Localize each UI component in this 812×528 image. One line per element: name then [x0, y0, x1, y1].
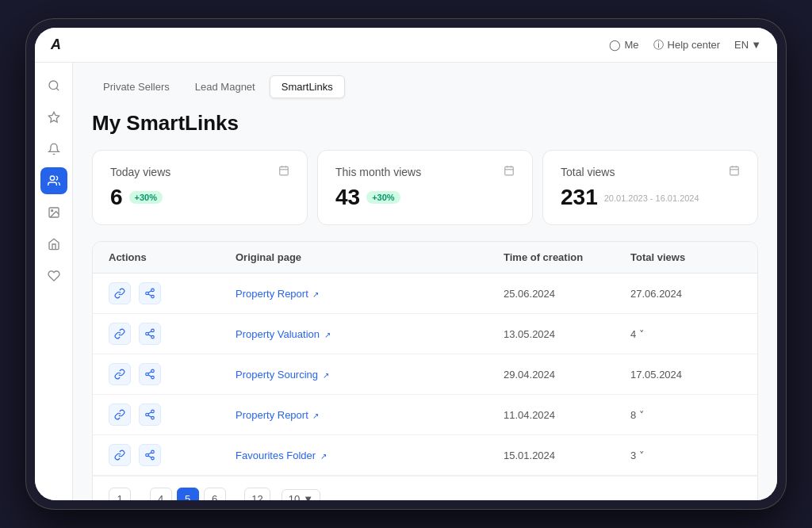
- svg-line-41: [148, 453, 151, 454]
- page-btn-1[interactable]: 1: [109, 488, 131, 500]
- page-link[interactable]: Property Valuation ↗: [236, 328, 331, 340]
- copy-link-button[interactable]: [109, 282, 131, 304]
- sidebar-item-heart[interactable]: [40, 262, 67, 289]
- user-menu[interactable]: ◯ Me: [609, 39, 639, 51]
- sidebar-item-notifications[interactable]: [40, 136, 67, 163]
- svg-line-31: [148, 372, 151, 373]
- top-bar: A ◯ Me ⓘ Help center EN ▼: [35, 28, 777, 63]
- page-link[interactable]: Favourites Folder ↗: [236, 450, 327, 461]
- original-page-cell: Property Valuation ↗: [236, 327, 504, 341]
- user-icon: ◯: [609, 39, 621, 51]
- pagination-dots-2: ...: [231, 492, 240, 500]
- external-link-icon: ↗: [312, 411, 319, 420]
- tab-lead-magnet[interactable]: Lead Magnet: [184, 75, 266, 98]
- share-button[interactable]: [139, 444, 161, 466]
- stat-card-month: This month views 43 +30%: [317, 150, 533, 225]
- col-header-original-page: Original page: [236, 251, 504, 263]
- page-btn-4[interactable]: 4: [150, 488, 172, 500]
- svg-point-2: [50, 176, 54, 180]
- svg-rect-13: [730, 166, 739, 175]
- pagination: 1 ... 4 5 6 ... 12 10 ▼: [93, 476, 757, 500]
- sidebar: [35, 63, 73, 500]
- page-btn-5[interactable]: 5: [177, 488, 199, 500]
- chevron-down-icon: ▼: [751, 39, 761, 51]
- creation-date-cell: 29.04.2024: [504, 369, 630, 381]
- share-button[interactable]: [139, 282, 161, 304]
- stat-card-today: Today views 6 +30%: [92, 150, 308, 225]
- help-label: Help center: [668, 39, 720, 51]
- svg-point-19: [151, 295, 155, 298]
- creation-date-cell: 11.04.2024: [504, 409, 630, 421]
- today-views-badge: +30%: [129, 191, 163, 204]
- main-layout: Private Sellers Lead Magnet SmartLinks M…: [35, 63, 777, 500]
- calendar-icon-month[interactable]: [504, 165, 515, 178]
- sidebar-item-favorites[interactable]: [40, 104, 67, 131]
- tab-smartlinks[interactable]: SmartLinks: [270, 75, 345, 98]
- page-link[interactable]: Property Report ↗: [236, 288, 319, 300]
- page-btn-12[interactable]: 12: [244, 488, 270, 500]
- sidebar-item-home[interactable]: [40, 231, 67, 258]
- external-link-icon: ↗: [323, 371, 329, 380]
- external-link-icon: ↗: [320, 452, 327, 461]
- page-link[interactable]: Property Report ↗: [236, 409, 319, 421]
- creation-date-cell: 13.05.2024: [504, 328, 630, 340]
- month-views-label: This month views: [335, 166, 421, 178]
- svg-line-36: [148, 412, 151, 414]
- copy-link-button[interactable]: [109, 404, 131, 426]
- help-center[interactable]: ⓘ Help center: [653, 38, 720, 52]
- user-label: Me: [625, 39, 639, 51]
- page-size-selector[interactable]: 10 ▼: [282, 489, 320, 501]
- svg-point-28: [146, 373, 149, 376]
- svg-point-23: [146, 332, 149, 335]
- svg-line-25: [148, 335, 151, 336]
- col-header-total-views: Total views: [630, 251, 741, 263]
- sidebar-item-search[interactable]: [40, 72, 67, 99]
- copy-link-button[interactable]: [109, 323, 131, 345]
- copy-link-button[interactable]: [109, 444, 131, 466]
- creation-date-cell: 25.06.2024: [504, 288, 630, 300]
- svg-line-30: [148, 375, 151, 377]
- svg-point-24: [151, 335, 155, 339]
- table-row: Favourites Folder ↗ 15.01.2024 3 ˅: [93, 435, 757, 476]
- original-page-cell: Favourites Folder ↗: [236, 448, 504, 462]
- actions-cell: [109, 444, 236, 466]
- total-views-cell: 8 ˅: [630, 409, 741, 421]
- table-row: Property Report ↗ 25.06.2024 27.06.2024: [93, 274, 757, 314]
- share-button[interactable]: [139, 323, 161, 345]
- total-views-value: 231: [561, 185, 598, 210]
- share-button[interactable]: [139, 404, 161, 426]
- language-selector[interactable]: EN ▼: [734, 39, 761, 51]
- tab-bar: Private Sellers Lead Magnet SmartLinks: [92, 75, 758, 98]
- svg-line-40: [148, 456, 151, 457]
- svg-line-20: [148, 294, 151, 296]
- pagination-dots: ...: [136, 492, 145, 500]
- share-button[interactable]: [139, 363, 161, 385]
- creation-date-cell: 15.01.2024: [504, 450, 630, 461]
- svg-point-18: [146, 292, 149, 295]
- total-views-date: 20.01.2023 - 16.01.2024: [604, 193, 699, 203]
- smartlinks-table: Actions Original page Time of creation T…: [92, 241, 758, 500]
- svg-point-0: [49, 81, 58, 90]
- svg-point-17: [151, 289, 155, 292]
- chevron-down-icon: ▼: [303, 493, 313, 501]
- svg-point-27: [151, 369, 155, 373]
- stats-row: Today views 6 +30% This month views: [92, 150, 758, 225]
- today-views-label: Today views: [110, 166, 170, 178]
- sidebar-item-contacts[interactable]: [40, 167, 67, 194]
- page-size-value: 10: [289, 493, 300, 501]
- page-btn-6[interactable]: 6: [204, 488, 226, 500]
- content-area: Private Sellers Lead Magnet SmartLinks M…: [73, 63, 777, 500]
- sidebar-item-media[interactable]: [40, 199, 67, 226]
- tab-private-sellers[interactable]: Private Sellers: [92, 75, 181, 98]
- svg-line-21: [148, 291, 151, 293]
- svg-line-35: [148, 415, 151, 417]
- svg-point-4: [51, 210, 52, 212]
- total-views-cell: 17.05.2024: [630, 369, 741, 381]
- copy-link-button[interactable]: [109, 363, 131, 385]
- svg-point-33: [146, 413, 149, 416]
- calendar-icon-today[interactable]: [278, 165, 289, 178]
- page-link[interactable]: Property Sourcing ↗: [236, 369, 329, 381]
- total-views-cell: 27.06.2024: [630, 288, 741, 300]
- calendar-icon-total[interactable]: [729, 165, 740, 178]
- total-views-label: Total views: [561, 166, 615, 178]
